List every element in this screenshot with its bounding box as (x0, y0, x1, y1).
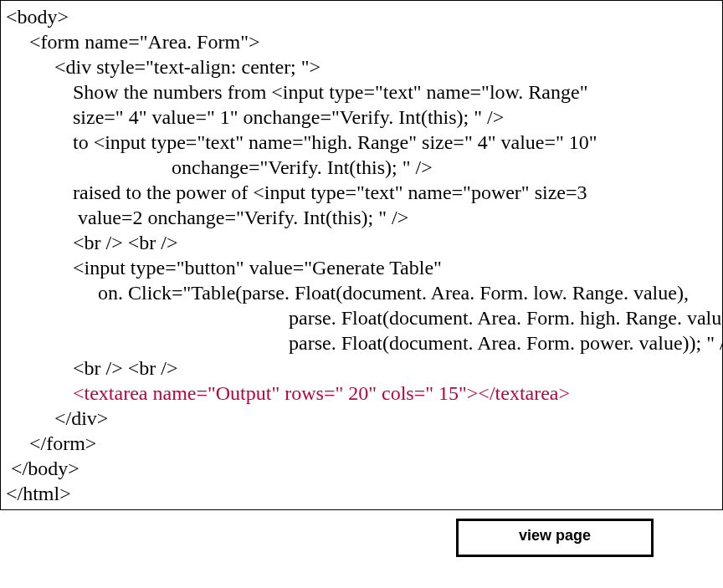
code-line: <input type="button" value="Generate Tab… (1, 255, 722, 280)
code-line: <body> (1, 4, 722, 29)
code-line: value=2 onchange="Verify. Int(this); " /… (1, 205, 722, 230)
code-line: raised to the power of <input type="text… (1, 180, 722, 205)
code-line: onchange="Verify. Int(this); " /> (1, 155, 722, 180)
view-page-button[interactable]: view page (456, 519, 654, 557)
code-line: Show the numbers from <input type="text"… (1, 79, 722, 105)
code-line: </html> (1, 481, 722, 506)
code-line: parse. Float(document. Area. Form. high.… (1, 305, 722, 330)
code-line: on. Click="Table(parse. Float(document. … (1, 280, 722, 305)
code-line: size=" 4" value=" 1" onchange="Verify. I… (1, 105, 722, 130)
code-line: </form> (1, 431, 722, 456)
code-line: <br /> <br /> (1, 230, 722, 255)
code-line: <form name="Area. Form"> (1, 29, 722, 54)
code-line: </div> (1, 406, 722, 431)
code-line: to <input type="text" name="high. Range"… (1, 130, 722, 155)
code-line: </body> (1, 456, 722, 481)
code-line-highlight: <textarea name="Output" rows=" 20" cols=… (1, 381, 722, 406)
code-line: parse. Float(document. Area. Form. power… (1, 330, 722, 355)
code-block: <body> <form name="Area. Form"> <div sty… (0, 0, 723, 510)
code-line: <div style="text-align: center; "> (1, 54, 722, 79)
code-line: <br /> <br /> (1, 355, 722, 381)
